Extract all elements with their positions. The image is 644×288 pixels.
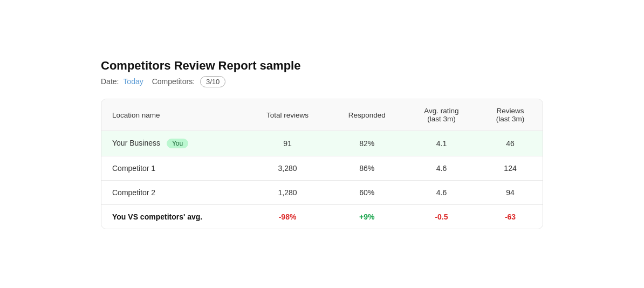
- cell-avg-rating-competitor-1: 4.6: [405, 156, 478, 181]
- table-header-row: Location name Total reviews Responded Av…: [101, 99, 543, 131]
- col-header-location: Location name: [101, 99, 246, 131]
- cell-total-reviews-competitor-2: 1,280: [246, 181, 329, 205]
- competitors-label: Competitors: 3/10: [152, 77, 226, 86]
- col-header-total-reviews: Total reviews: [246, 99, 329, 131]
- cell-responded-competitor-1: 86%: [329, 156, 405, 181]
- cell-avg-rating-your-business: 4.1: [405, 131, 478, 156]
- cell-avg-rating-competitor-2: 4.6: [405, 181, 478, 205]
- report-title: Competitors Review Report sample: [101, 59, 543, 73]
- cell-total-reviews-competitor-1: 3,280: [246, 156, 329, 181]
- cell-location-competitor-1: Competitor 1: [101, 156, 246, 181]
- cell-summary-responded: +9%: [329, 205, 405, 229]
- table-row-your-business: Your Business You 91 82% 4.1 46: [101, 131, 543, 156]
- col-header-avg-rating: Avg. rating(last 3m): [405, 99, 478, 131]
- table-row-summary: You VS competitors' avg. -98% +9% -0.5 -…: [101, 205, 543, 229]
- date-label: Date: Today: [101, 77, 143, 86]
- cell-responded-competitor-2: 60%: [329, 181, 405, 205]
- table-row-competitor-1: Competitor 1 3,280 86% 4.6 124: [101, 156, 543, 181]
- report-meta: Date: Today Competitors: 3/10: [101, 77, 543, 86]
- table-row-competitor-2: Competitor 2 1,280 60% 4.6 94: [101, 181, 543, 205]
- report-container: Competitors Review Report sample Date: T…: [79, 42, 565, 246]
- review-table: Location name Total reviews Responded Av…: [101, 99, 543, 229]
- competitors-badge: 3/10: [200, 76, 225, 87]
- cell-summary-total-reviews: -98%: [246, 205, 329, 229]
- col-header-reviews-last3m: Reviews(last 3m): [478, 99, 543, 131]
- cell-summary-avg-rating: -0.5: [405, 205, 478, 229]
- you-badge: You: [167, 139, 188, 148]
- cell-location-competitor-2: Competitor 2: [101, 181, 246, 205]
- review-table-wrapper: Location name Total reviews Responded Av…: [101, 99, 543, 229]
- cell-reviews-last3m-your-business: 46: [478, 131, 543, 156]
- your-business-name: Your Business: [112, 139, 160, 147]
- cell-total-reviews-your-business: 91: [246, 131, 329, 156]
- cell-reviews-last3m-competitor-1: 124: [478, 156, 543, 181]
- cell-summary-reviews-last3m: -63: [478, 205, 543, 229]
- col-header-responded: Responded: [329, 99, 405, 131]
- cell-summary-label: You VS competitors' avg.: [101, 205, 246, 229]
- cell-responded-your-business: 82%: [329, 131, 405, 156]
- cell-reviews-last3m-competitor-2: 94: [478, 181, 543, 205]
- cell-location-your-business: Your Business You: [101, 131, 246, 156]
